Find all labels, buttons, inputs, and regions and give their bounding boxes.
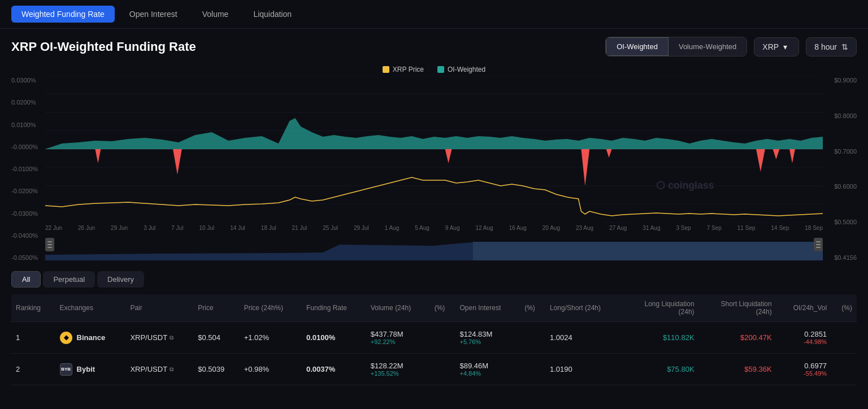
cell-oi24vol-2: 0.6977 -55.49% [776, 354, 831, 385]
svg-marker-12 [581, 149, 589, 186]
cell-oi-pct-1 [520, 322, 545, 354]
cell-oi-2: $89.46M +4.84% [455, 354, 520, 385]
cell-pair-1: XRP/USDT ⧉ [125, 322, 193, 354]
asset-selector[interactable]: XRP ▾ [754, 37, 799, 56]
cell-ranking-1: 1 [11, 322, 55, 354]
oi-weighted-btn[interactable]: OI-Weighted [606, 37, 669, 56]
watermark-text: ⬡ coinglass [656, 180, 714, 191]
svg-marker-10 [173, 149, 182, 175]
cell-longshort-1: 1.0024 [545, 322, 623, 354]
mini-chart-right-handle[interactable] [814, 238, 823, 251]
top-navigation: Weighted Funding Rate Open Interest Volu… [0, 0, 868, 29]
page-header: XRP OI-Weighted Funding Rate OI-Weighted… [0, 29, 868, 62]
cell-pct2-2 [831, 354, 857, 385]
svg-marker-13 [606, 149, 612, 158]
table-row: 1 ◆ Binance XRP/USDT ⧉ $0.504 +1.02% 0.0… [11, 322, 857, 354]
table-section: All Perpetual Delivery Ranking Exchanges… [11, 271, 857, 385]
xrp-price-legend-label: XRP Price [393, 66, 424, 73]
col-volume-pct: (%) [430, 294, 455, 322]
col-exchanges: Exchanges [55, 294, 126, 322]
time-period-selector[interactable]: 8 hour ⇅ [806, 37, 857, 56]
chart-legend: XRP Price OI-Weighted [0, 62, 868, 76]
tab-all[interactable]: All [11, 271, 41, 288]
main-chart-svg: ⬡ coinglass [11, 76, 857, 223]
cell-ranking-2: 2 [11, 354, 55, 385]
cell-funding-2: 0.0037% [302, 354, 366, 385]
cell-longshort-2: 1.0190 [545, 354, 623, 385]
oi-weighted-area-positive [45, 118, 823, 149]
svg-marker-14 [756, 149, 765, 172]
col-short-liq: Short Liquidation(24h) [699, 294, 776, 322]
nav-weighted-funding-rate[interactable]: Weighted Funding Rate [11, 6, 115, 23]
mini-chart-area [11, 233, 857, 262]
nav-volume[interactable]: Volume [192, 6, 239, 23]
col-ranking: Ranking [11, 294, 55, 322]
volume-weighted-btn[interactable]: Volume-Weighted [669, 37, 747, 56]
cell-oi-1: $124.83M +5.76% [455, 322, 520, 354]
binance-icon: ◆ [60, 332, 72, 344]
cell-oi24vol-1: 0.2851 -44.98% [776, 322, 831, 354]
table-row: 2 BYB Bybit XRP/USDT ⧉ $0.5039 +0.98% 0.… [11, 354, 857, 385]
col-funding-rate: Funding Rate [302, 294, 366, 322]
col-oi-pct2: (%) [831, 294, 857, 322]
tab-delivery[interactable]: Delivery [97, 271, 144, 288]
cell-volume-2: $128.22M +135.52% [366, 354, 430, 385]
cell-longliq-2: $75.80K [623, 354, 699, 385]
col-open-interest: Open Interest [455, 294, 520, 322]
cell-vol-pct-1 [430, 322, 455, 354]
nav-open-interest[interactable]: Open Interest [119, 6, 188, 23]
x-axis-labels: 22 Jun 26 Jun 29 Jun 3 Jul 7 Jul 10 Jul … [11, 224, 857, 232]
page-title: XRP OI-Weighted Funding Rate [11, 40, 196, 54]
cell-pair-2: XRP/USDT ⧉ [125, 354, 193, 385]
cell-oi-pct-2 [520, 354, 545, 385]
table-header-row: Ranking Exchanges Pair Price Price (24h%… [11, 294, 857, 322]
cell-funding-1: 0.0100% [302, 322, 366, 354]
col-long-short: Long/Short (24h) [545, 294, 623, 322]
cell-volume-1: $437.78M +92.22% [366, 322, 430, 354]
chart-wrapper: 0.0300% 0.0200% 0.0100% -0.0000% -0.0100… [11, 76, 857, 262]
oi-weighted-legend-label: OI-Weighted [448, 66, 485, 73]
col-oi-24h-vol: OI/24h_Vol [776, 294, 831, 322]
legend-oi-weighted: OI-Weighted [437, 66, 485, 73]
bybit-icon: BYB [60, 363, 72, 376]
svg-marker-18 [473, 242, 823, 260]
col-price: Price [193, 294, 239, 322]
legend-xrp-price: XRP Price [383, 66, 424, 73]
oi-weighted-legend-color [437, 66, 444, 73]
cell-price-2: $0.5039 [193, 354, 239, 385]
cell-exchange-1: ◆ Binance [55, 322, 126, 354]
col-oi-pct: (%) [520, 294, 545, 322]
svg-marker-9 [95, 149, 101, 163]
col-price-24h: Price (24h%) [240, 294, 302, 322]
header-controls: OI-Weighted Volume-Weighted XRP ▾ 8 hour… [605, 37, 857, 56]
col-pair: Pair [125, 294, 193, 322]
cell-shortliq-2: $59.36K [699, 354, 776, 385]
col-volume-24h: Volume (24h) [366, 294, 430, 322]
svg-marker-15 [773, 149, 780, 159]
nav-liquidation[interactable]: Liquidation [243, 6, 302, 23]
svg-marker-16 [789, 149, 795, 163]
xrp-price-legend-color [383, 66, 389, 73]
mini-chart-left-handle[interactable] [45, 238, 54, 251]
tab-perpetual[interactable]: Perpetual [43, 271, 95, 288]
cell-price-1: $0.504 [193, 322, 239, 354]
svg-marker-11 [445, 149, 452, 163]
cell-shortliq-1: $200.47K [699, 322, 776, 354]
cell-vol-pct-2 [430, 354, 455, 385]
col-long-liq: Long Liquidation(24h) [623, 294, 699, 322]
cell-pct2-1 [831, 322, 857, 354]
chart-container: 0.0300% 0.0200% 0.0100% -0.0000% -0.0100… [11, 76, 857, 262]
mini-chart-svg [45, 233, 823, 260]
weight-toggle-group: OI-Weighted Volume-Weighted [605, 37, 747, 56]
cell-price24h-1: +1.02% [240, 322, 302, 354]
funding-rate-table: Ranking Exchanges Pair Price Price (24h%… [11, 294, 857, 385]
cell-longliq-1: $110.82K [623, 322, 699, 354]
cell-exchange-2: BYB Bybit [55, 354, 126, 385]
cell-price24h-2: +0.98% [240, 354, 302, 385]
table-tab-row: All Perpetual Delivery [11, 271, 857, 288]
